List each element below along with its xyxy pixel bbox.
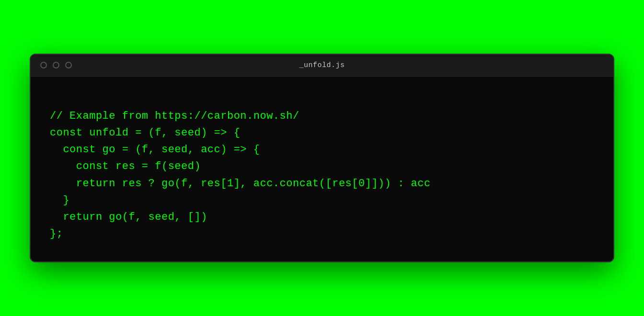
code-line-3: const res = f(seed) [50, 158, 594, 175]
code-line-blank [50, 91, 594, 108]
code-line-2: const go = (f, seed, acc) => { [50, 141, 594, 158]
code-line-5: } [50, 192, 594, 209]
window-title: _unfold.js [299, 61, 345, 69]
code-window: _unfold.js // Example from https://carbo… [30, 54, 614, 263]
code-area: // Example from https://carbon.now.sh/ c… [31, 77, 613, 262]
traffic-lights [40, 62, 72, 68]
code-line-comment: // Example from https://carbon.now.sh/ [50, 108, 594, 124]
code-line-4: return res ? go(f, res[1], acc.concat([r… [50, 175, 594, 192]
code-line-7: }; [50, 226, 594, 242]
code-line-6: return go(f, seed, []) [50, 209, 594, 226]
traffic-light-minimize[interactable] [53, 62, 59, 68]
traffic-light-maximize[interactable] [65, 62, 72, 68]
code-line-1: const unfold = (f, seed) => { [50, 124, 594, 141]
titlebar: _unfold.js [31, 55, 613, 77]
traffic-light-close[interactable] [40, 62, 47, 68]
